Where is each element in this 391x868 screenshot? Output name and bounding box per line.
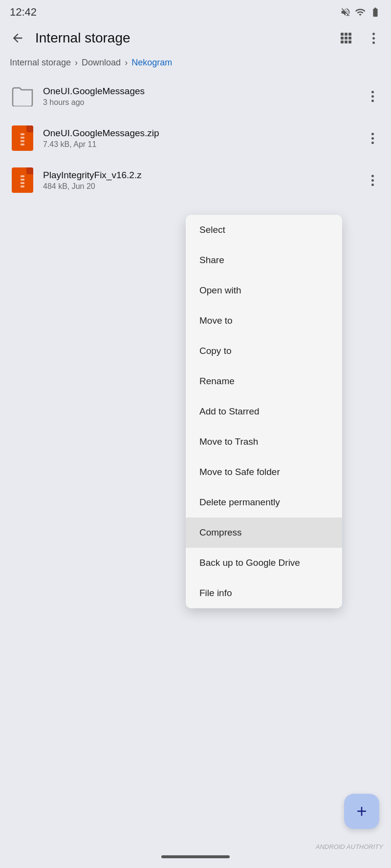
back-arrow-icon — [11, 31, 24, 45]
watermark: ANDROID AUTHORITY — [316, 843, 383, 850]
status-icons — [340, 7, 381, 18]
breadcrumb-nekogram[interactable]: Nekogram — [131, 58, 172, 68]
battery-icon — [369, 7, 381, 18]
breadcrumb-download[interactable]: Download — [82, 58, 121, 68]
menu-item-delete-permanently[interactable]: Delete permanently — [186, 487, 342, 517]
menu-item-share[interactable]: Share — [186, 245, 342, 275]
menu-item-copy-to[interactable]: Copy to — [186, 336, 342, 366]
wifi-icon — [355, 7, 366, 18]
menu-item-rename[interactable]: Rename — [186, 366, 342, 396]
list-item[interactable]: OneUI.GoogleMessages.zip 7.43 kB, Apr 11 — [4, 118, 387, 159]
grid-icon — [341, 33, 351, 43]
file-info: OneUI.GoogleMessages.zip 7.43 kB, Apr 11 — [43, 128, 356, 149]
file-name: OneUI.GoogleMessages.zip — [43, 128, 356, 139]
context-menu: Select Share Open with Move to Copy to R… — [186, 215, 342, 608]
file-meta: 7.43 kB, Apr 11 — [43, 140, 356, 149]
zip-icon — [10, 167, 35, 193]
file-info: OneUI.GoogleMessages 3 hours ago — [43, 86, 356, 107]
list-item[interactable]: PlayIntegrityFix_v16.2.z 484 kB, Jun 20 — [4, 160, 387, 201]
menu-item-backup-google-drive[interactable]: Back up to Google Drive — [186, 548, 342, 578]
menu-item-file-info[interactable]: File info — [186, 578, 342, 608]
file-name: OneUI.GoogleMessages — [43, 86, 356, 97]
file-name: PlayIntegrityFix_v16.2.z — [43, 170, 356, 181]
file-more-button[interactable] — [364, 171, 381, 189]
app-bar: Internal storage — [0, 22, 391, 54]
status-time: 12:42 — [10, 6, 37, 19]
zip-icon — [10, 125, 35, 151]
file-meta: 484 kB, Jun 20 — [43, 182, 356, 191]
menu-item-open-with[interactable]: Open with — [186, 275, 342, 306]
file-meta: 3 hours ago — [43, 98, 356, 107]
menu-item-add-starred[interactable]: Add to Starred — [186, 396, 342, 427]
more-icon — [371, 133, 374, 144]
more-options-button[interactable] — [364, 28, 383, 48]
folder-icon — [10, 83, 35, 109]
file-info: PlayIntegrityFix_v16.2.z 484 kB, Jun 20 — [43, 170, 356, 191]
fab-add-button[interactable]: + — [344, 794, 379, 829]
menu-item-move-safe[interactable]: Move to Safe folder — [186, 457, 342, 487]
mute-icon — [340, 7, 351, 18]
breadcrumb-internal-storage[interactable]: Internal storage — [10, 58, 71, 68]
menu-item-compress[interactable]: Compress — [186, 517, 342, 548]
menu-item-move-to[interactable]: Move to — [186, 306, 342, 336]
grid-view-button[interactable] — [336, 28, 356, 48]
more-icon — [371, 175, 374, 186]
back-button[interactable] — [8, 28, 27, 48]
file-more-button[interactable] — [364, 87, 381, 105]
file-more-button[interactable] — [364, 129, 381, 147]
breadcrumb-chevron-2: › — [125, 58, 128, 68]
menu-item-move-trash[interactable]: Move to Trash — [186, 427, 342, 457]
menu-item-select[interactable]: Select — [186, 215, 342, 245]
breadcrumb: Internal storage › Download › Nekogram — [0, 54, 391, 76]
page-title: Internal storage — [35, 30, 328, 46]
bottom-nav-bar — [161, 855, 230, 858]
status-bar: 12:42 — [0, 0, 391, 22]
more-icon — [371, 91, 374, 102]
fab-plus-icon: + — [356, 803, 367, 820]
breadcrumb-chevron-1: › — [75, 58, 78, 68]
file-list: OneUI.GoogleMessages 3 hours ago — [0, 76, 391, 201]
list-item[interactable]: OneUI.GoogleMessages 3 hours ago — [4, 76, 387, 117]
more-options-icon — [372, 33, 375, 44]
